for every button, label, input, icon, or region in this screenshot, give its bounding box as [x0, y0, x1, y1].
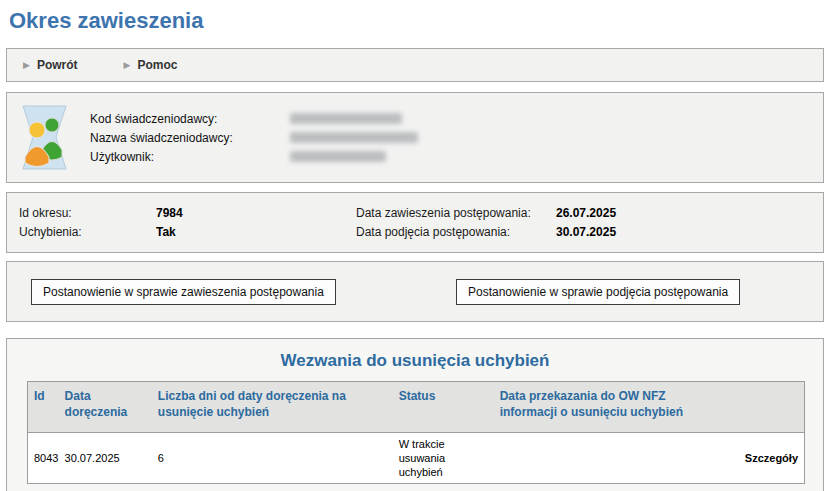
provider-info-fields: Kod świadczeniodawcy: Nazwa świadczeniod…: [90, 110, 418, 166]
actions-panel: Postanowienie w sprawie zawieszenia post…: [6, 261, 824, 322]
column-header-data-doreczenia: Data doręczenia: [59, 382, 152, 433]
detail-value: 7984: [156, 206, 183, 220]
details-link[interactable]: Szczegóły: [745, 452, 798, 464]
detail-label: Uchybienia:: [19, 225, 156, 239]
toolbar-item-label: Powrót: [37, 58, 78, 72]
info-row-uzytkownik: Użytkownik:: [90, 148, 418, 166]
cell-details: Szczegóły: [727, 433, 805, 484]
period-details-left: Id okresu: 7984 Uchybienia: Tak: [19, 204, 356, 241]
page: Okres zawieszenia ▶ Powrót ▶ Pomoc Kod ś…: [0, 0, 830, 491]
suspension-resolution-button[interactable]: Postanowienie w sprawie zawieszenia post…: [31, 279, 336, 305]
redacted-value: [290, 132, 418, 143]
provider-info-panel: Kod świadczeniodawcy: Nazwa świadczeniod…: [6, 92, 824, 183]
calls-section-title: Wezwania do usunięcia uchybień: [27, 351, 803, 371]
detail-label: Data zawieszenia postępowania:: [356, 206, 556, 220]
detail-label: Data podjęcia postępowania:: [356, 225, 556, 239]
toolbar-item-label: Pomoc: [138, 58, 178, 72]
column-header-details: [727, 382, 805, 433]
toolbar-item-powrot[interactable]: ▶ Powrót: [23, 58, 78, 72]
arrow-right-icon: ▶: [124, 60, 131, 69]
column-header-status: Status: [393, 382, 494, 433]
calls-table: Id Data doręczenia Liczba dni od daty do…: [27, 381, 805, 484]
detail-row-uchybienia: Uchybienia: Tak: [19, 224, 356, 242]
detail-row-id-okresu: Id okresu: 7984: [19, 204, 356, 222]
arrow-right-icon: ▶: [23, 60, 30, 69]
redacted-value: [290, 151, 386, 162]
cell-transfer-date: [494, 433, 727, 484]
detail-value: 30.07.2025: [556, 225, 616, 239]
cell-status: W trakcie usuwania uchybień: [393, 433, 494, 484]
resumption-resolution-button[interactable]: Postanowienie w sprawie podjęcia postępo…: [456, 279, 740, 305]
toolbar-item-pomoc[interactable]: ▶ Pomoc: [124, 58, 178, 72]
detail-value: 26.07.2025: [556, 206, 616, 220]
table-row: 8043 30.07.2025 6 W trakcie usuwania uch…: [28, 433, 805, 484]
detail-value: Tak: [156, 225, 176, 239]
info-row-nazwa: Nazwa świadczeniodawcy:: [90, 129, 418, 147]
calls-section: Wezwania do usunięcia uchybień Id Data d…: [6, 338, 824, 491]
info-label: Nazwa świadczeniodawcy:: [90, 131, 290, 145]
page-title: Okres zawieszenia: [9, 8, 824, 34]
period-details-panel: Id okresu: 7984 Uchybienia: Tak Data zaw…: [6, 192, 824, 253]
period-details-right: Data zawieszenia postępowania: 26.07.202…: [356, 204, 616, 241]
cell-delivery-date: 30.07.2025: [59, 433, 152, 484]
column-header-liczba-dni: Liczba dni od daty doręczenia na usunięc…: [152, 382, 393, 433]
info-row-kod: Kod świadczeniodawcy:: [90, 110, 418, 128]
cell-days: 6: [152, 433, 393, 484]
calls-table-header: Id Data doręczenia Liczba dni od daty do…: [28, 382, 805, 433]
info-label: Kod świadczeniodawcy:: [90, 112, 290, 126]
toolbar: ▶ Powrót ▶ Pomoc: [6, 48, 824, 82]
column-header-id: Id: [28, 382, 59, 433]
cell-id: 8043: [28, 433, 59, 484]
redacted-value: [290, 113, 402, 124]
column-header-data-przekazania: Data przekazania do OW NFZ informacji o …: [494, 382, 727, 433]
detail-row-data-podjecia: Data podjęcia postępowania: 30.07.2025: [356, 224, 616, 242]
detail-label: Id okresu:: [19, 206, 156, 220]
users-icon: [21, 105, 68, 170]
detail-row-data-zawieszenia: Data zawieszenia postępowania: 26.07.202…: [356, 204, 616, 222]
info-label: Użytkownik:: [90, 150, 290, 164]
